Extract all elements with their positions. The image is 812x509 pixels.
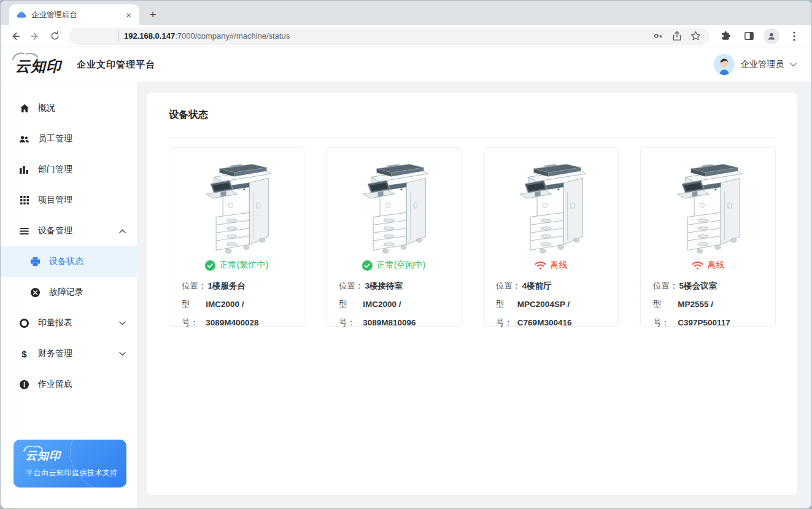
url-text[interactable]: 192.168.0.147:7000/company#/machine/stat… <box>124 31 648 41</box>
content-panel: 设备状态 <box>147 93 797 495</box>
printer-icon <box>30 257 41 266</box>
sidebar-item-label: 设备管理 <box>38 225 110 236</box>
bar-chart-icon <box>19 166 29 174</box>
device-card[interactable]: 离线 位置：4楼前厅 型号：MPC2004SP / C769M300416 <box>483 147 619 327</box>
back-icon[interactable] <box>7 28 24 45</box>
promo-logo: 云知印 <box>26 448 61 463</box>
url-host: 192.168.0.147 <box>124 31 175 41</box>
side-panel-icon[interactable] <box>740 28 757 45</box>
sidebar-item-label: 作业留底 <box>38 379 126 390</box>
device-model: IMC2000 / 3089M400028 <box>206 295 292 332</box>
sidebar-item-device-status[interactable]: 设备状态 <box>1 246 137 277</box>
device-model: MPC2004SP / C769M300416 <box>517 295 606 332</box>
report-ring-icon <box>19 319 29 328</box>
device-status-text: 正常(繁忙中) <box>220 260 268 271</box>
printer-illustration <box>509 160 594 256</box>
wifi-offline-icon <box>535 261 546 270</box>
sidebar-item-label: 印量报表 <box>38 317 110 328</box>
sidebar-item-overview[interactable]: 概况 <box>1 93 137 123</box>
printer-illustration <box>352 160 436 256</box>
forward-icon[interactable] <box>26 28 44 45</box>
wifi-offline-icon <box>692 261 703 270</box>
device-model: MP2555 / C397P500117 <box>678 295 763 332</box>
device-location: 1楼服务台 <box>208 277 246 295</box>
url-path: :7000/company#/machine/status <box>175 31 290 41</box>
promo-text: 平台由云知印提供技术支持 <box>26 468 126 478</box>
device-status: 离线 <box>692 260 725 271</box>
tab-title: 企业管理后台 <box>31 10 119 20</box>
device-location: 4楼前厅 <box>522 277 552 295</box>
device-status-text: 正常(空闲中) <box>377 260 425 271</box>
device-location-row: 位置：5楼会议室 <box>653 277 763 295</box>
main-area: 设备状态 <box>137 82 811 508</box>
check-circle-icon <box>362 260 373 271</box>
sidebar-item-job-archive[interactable]: 作业留底 <box>1 369 137 400</box>
info-circle-icon <box>19 380 29 389</box>
device-card-grid: 正常(繁忙中) 位置：1楼服务台 型号：IMC2000 / 3089M40002… <box>169 147 775 327</box>
device-card[interactable]: 正常(繁忙中) 位置：1楼服务台 型号：IMC2000 / 3089M40002… <box>169 147 304 327</box>
device-model-row: 型号：MPC2004SP / C769M300416 <box>496 295 606 332</box>
device-status-text: 离线 <box>708 260 725 271</box>
platform-title: 企业文印管理平台 <box>77 59 155 71</box>
sidebar-item-label: 财务管理 <box>38 348 110 359</box>
star-icon[interactable] <box>690 31 701 41</box>
sidebar-item-label: 项目管理 <box>38 195 126 206</box>
device-model-row: 型号：IMC2000 / 3089M400028 <box>182 295 292 332</box>
sidebar-item-print-reports[interactable]: 印量报表 <box>1 308 137 338</box>
device-model-row: 型号：MP2555 / C397P500117 <box>653 295 763 332</box>
device-status: 离线 <box>535 260 568 271</box>
browser-toolbar: 192.168.0.147:7000/company#/machine/stat… <box>1 25 811 47</box>
sidebar-item-devices[interactable]: 设备管理 <box>1 216 137 246</box>
user-name: 企业管理员 <box>741 59 784 70</box>
error-circle-icon <box>30 288 41 297</box>
profile-icon[interactable] <box>764 28 779 44</box>
grid-icon <box>19 196 29 204</box>
sidebar-item-employees[interactable]: 员工管理 <box>1 123 137 154</box>
sidebar-item-label: 概况 <box>38 103 126 114</box>
reload-icon[interactable] <box>46 28 63 45</box>
page-title: 设备状态 <box>169 109 775 122</box>
chevron-down-icon <box>119 352 126 356</box>
cloud-favicon-icon <box>17 11 26 18</box>
user-avatar <box>714 54 735 75</box>
users-icon <box>19 135 29 143</box>
address-bar[interactable]: 192.168.0.147:7000/company#/machine/stat… <box>69 28 710 45</box>
device-model: IMC2000 / 3089M810096 <box>363 295 449 332</box>
tab-strip: 企业管理后台 × + <box>1 1 811 25</box>
device-status: 正常(繁忙中) <box>205 260 268 271</box>
home-icon <box>19 104 29 113</box>
sidebar-item-fault-records[interactable]: 故障记录 <box>1 277 137 308</box>
sidebar: 概况 员工管理 部门管理 项目管理 <box>1 82 137 508</box>
check-circle-icon <box>205 260 215 271</box>
device-location-row: 位置：1楼服务台 <box>182 277 292 295</box>
app-header: 云知印 企业文印管理平台 企业管理员 <box>1 47 811 82</box>
new-tab-button[interactable]: + <box>144 6 161 23</box>
device-location-row: 位置：3楼接待室 <box>339 277 449 295</box>
dollar-icon: $ <box>19 349 29 359</box>
sidebar-item-label: 员工管理 <box>38 133 126 144</box>
browser-tab[interactable]: 企业管理后台 × <box>9 4 139 25</box>
device-status-text: 离线 <box>551 260 568 271</box>
sidebar-item-projects[interactable]: 项目管理 <box>1 185 137 216</box>
printer-illustration <box>195 160 279 256</box>
sidebar-item-label: 设备状态 <box>49 256 126 267</box>
tab-close-icon[interactable]: × <box>124 10 133 20</box>
device-card[interactable]: 离线 位置：5楼会议室 型号：MP2555 / C397P500117 <box>640 147 776 327</box>
device-status: 正常(空闲中) <box>362 260 425 271</box>
chevron-up-icon <box>119 229 126 233</box>
title-divider <box>169 137 775 138</box>
sidebar-item-label: 故障记录 <box>49 287 126 298</box>
brand-logo: 云知印 <box>15 53 61 76</box>
sidebar-item-label: 部门管理 <box>38 164 126 175</box>
omnibox-divider <box>118 31 119 41</box>
device-model-row: 型号：IMC2000 / 3089M810096 <box>339 295 449 332</box>
share-icon[interactable] <box>672 31 682 41</box>
sidebar-item-departments[interactable]: 部门管理 <box>1 154 137 185</box>
user-menu[interactable]: 企业管理员 <box>714 54 797 75</box>
menu-dots-icon[interactable] <box>786 28 803 45</box>
sidebar-item-finance[interactable]: $ 财务管理 <box>1 338 137 369</box>
sidebar-promo-card: 云知印 平台由云知印提供技术支持 <box>14 440 126 488</box>
device-card[interactable]: 正常(空闲中) 位置：3楼接待室 型号：IMC2000 / 3089M81009… <box>326 147 462 327</box>
key-icon[interactable] <box>653 31 663 41</box>
extensions-icon[interactable] <box>717 28 734 45</box>
